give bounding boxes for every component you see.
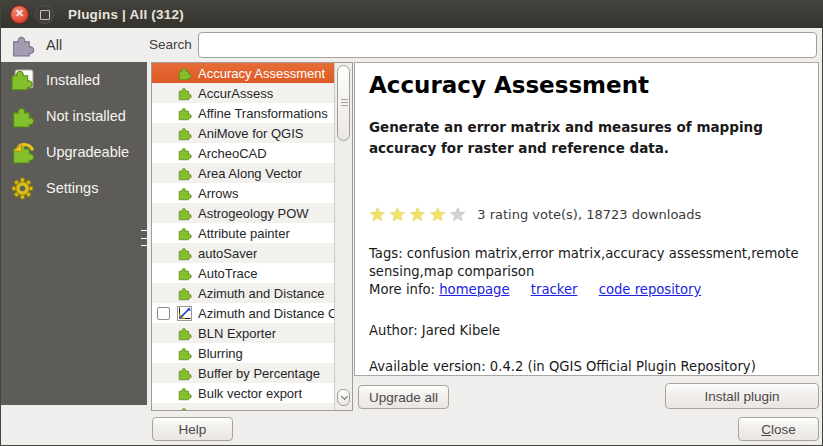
upgrade-all-button[interactable]: Upgrade all — [358, 385, 449, 409]
sidebar-item-label: Settings — [46, 180, 98, 196]
close-button[interactable]: Close — [738, 417, 819, 441]
plugin-name: Azimuth and Distance Calculator — [198, 306, 334, 321]
plugin-list-item[interactable]: autoSaver — [152, 243, 334, 263]
plugin-list-item[interactable]: Astrogeology POW — [152, 203, 334, 223]
plugin-list-item[interactable]: ArcheoCAD — [152, 143, 334, 163]
sidebar-item-label: All — [46, 37, 62, 53]
plugin-list-scrollbar[interactable] — [334, 63, 352, 410]
scrollbar-thumb[interactable] — [337, 65, 350, 141]
tags-value: confusion matrix,error matrix,accuracy a… — [369, 246, 799, 279]
sidebar-item-label: Not installed — [46, 108, 126, 124]
checkbox-slot — [155, 167, 177, 180]
star-icon: ★ — [429, 203, 446, 225]
checkbox-slot — [155, 247, 177, 260]
install-plugin-button[interactable]: Install plugin — [665, 383, 819, 409]
plugin-list-item[interactable]: Arrows — [152, 183, 334, 203]
plugin-name: Bulk vector export — [198, 386, 302, 401]
homepage-link[interactable]: homepage — [439, 282, 509, 297]
puzzle-icon — [177, 226, 192, 241]
puzzle-icon — [177, 126, 192, 141]
plugin-name: Azimuth and Distance — [198, 286, 324, 301]
plugin-description: Generate an error matrix and measures of… — [369, 117, 794, 159]
plugin-name: BLN Exporter — [198, 326, 276, 341]
splitter-handle-left[interactable] — [141, 230, 148, 246]
puzzle-green-icon — [9, 104, 36, 129]
plugin-list-item[interactable]: Attribute painter — [152, 223, 334, 243]
checkbox-slot — [155, 407, 177, 411]
plugins-dialog: Plugins | All (312) All Installed Not in… — [0, 0, 823, 446]
plugin-list-item[interactable]: AniMove for QGIS — [152, 123, 334, 143]
sidebar-item-not-installed[interactable]: Not installed — [1, 98, 147, 134]
plugin-list-item[interactable]: Accuracy Assessment — [152, 63, 334, 83]
more-info-line: More info: homepage tracker code reposit… — [369, 282, 804, 297]
checkbox-slot — [155, 107, 177, 120]
star-icon: ★ — [389, 203, 406, 225]
plugin-list-item[interactable]: Azimuth and Distance — [152, 283, 334, 303]
category-sidebar: All Installed Not installed Upgradeable — [1, 28, 147, 405]
checkbox-slot — [155, 227, 177, 240]
scrollbar-down-icon[interactable] — [337, 389, 350, 406]
puzzle-icon — [177, 286, 192, 301]
gear-icon — [9, 176, 36, 201]
checkbox-slot — [155, 387, 177, 400]
plugin-list-item[interactable]: Affine Transformations — [152, 103, 334, 123]
plugin-name: Accuracy Assessment — [198, 66, 325, 81]
rating-text: 3 rating vote(s), 18723 downloads — [477, 207, 701, 222]
plugin-version: Available version: 0.4.2 (in QGIS Offici… — [369, 359, 804, 374]
plugin-list-panel: Accuracy Assessment AccurAssess — [151, 62, 353, 411]
plugin-name: Attribute painter — [198, 226, 290, 241]
plugin-list-item[interactable]: Area Along Vector — [152, 163, 334, 183]
puzzle-icon — [177, 206, 192, 221]
plugin-name: ArcheoCAD — [198, 146, 267, 161]
tracker-link[interactable]: tracker — [531, 282, 578, 297]
puzzle-icon — [177, 246, 192, 261]
plugin-author: Author: Jared Kibele — [369, 323, 804, 338]
sidebar-item-all[interactable]: All — [1, 28, 147, 62]
checkbox-slot — [155, 347, 177, 360]
checkbox-slot — [155, 287, 177, 300]
plugin-list-item[interactable]: AutoTrace — [152, 263, 334, 283]
sidebar-item-label: Upgradeable — [46, 144, 129, 160]
puzzle-icon — [177, 366, 192, 381]
plugin-list-item[interactable]: Bulk vector export — [152, 383, 334, 403]
plugin-name: Area Along Vector — [198, 166, 302, 181]
more-info-label: More info: — [369, 282, 439, 297]
puzzle-installed-icon — [9, 68, 36, 93]
plugin-list-item[interactable]: Blurring — [152, 343, 334, 363]
puzzle-icon — [177, 406, 192, 411]
plugin-title: Accuracy Assessment — [369, 72, 804, 98]
star-icon: ★ — [409, 203, 426, 225]
puzzle-icon — [177, 346, 192, 361]
checkbox-slot — [155, 367, 177, 380]
puzzle-gray-icon — [9, 33, 36, 58]
rating-stars: ★★★★★ — [369, 205, 469, 224]
sidebar-item-upgradeable[interactable]: Upgradeable — [1, 134, 147, 170]
checkbox-slot — [155, 327, 177, 340]
rating-row: ★★★★★ 3 rating vote(s), 18723 downloads — [369, 205, 804, 224]
sidebar-item-installed[interactable]: Installed — [1, 62, 147, 98]
puzzle-icon — [177, 106, 192, 121]
window-title: Plugins | All (312) — [68, 7, 184, 22]
plugin-name: Astrogeology POW — [198, 206, 309, 221]
sidebar-item-settings[interactable]: Settings — [1, 170, 147, 206]
star-icon: ★ — [369, 203, 386, 225]
plugin-list-item[interactable]: Buffer by Percentage — [152, 363, 334, 383]
plugin-list-item[interactable]: AccurAssess — [152, 83, 334, 103]
plugin-name: AccurAssess — [198, 86, 273, 101]
window-maximize-icon[interactable] — [35, 5, 54, 24]
window-close-icon[interactable] — [10, 5, 29, 24]
search-input[interactable] — [198, 32, 817, 58]
plugin-list-item[interactable]: BLN Exporter — [152, 323, 334, 343]
plugin-list-item[interactable]: Azimuth and Distance Calculator — [152, 303, 334, 323]
plugin-name: Affine Transformations — [198, 106, 328, 121]
puzzle-icon — [177, 386, 192, 401]
help-button[interactable]: Help — [152, 417, 233, 441]
puzzle-icon — [177, 146, 192, 161]
checkbox-slot — [155, 207, 177, 220]
sidebar-item-label: Installed — [46, 72, 100, 88]
code-repository-link[interactable]: code repository — [599, 282, 702, 297]
item-checkbox[interactable] — [157, 307, 170, 320]
plugin-list-item[interactable] — [152, 403, 334, 410]
tags-label: Tags: — [369, 246, 407, 261]
puzzle-icon — [177, 266, 192, 281]
